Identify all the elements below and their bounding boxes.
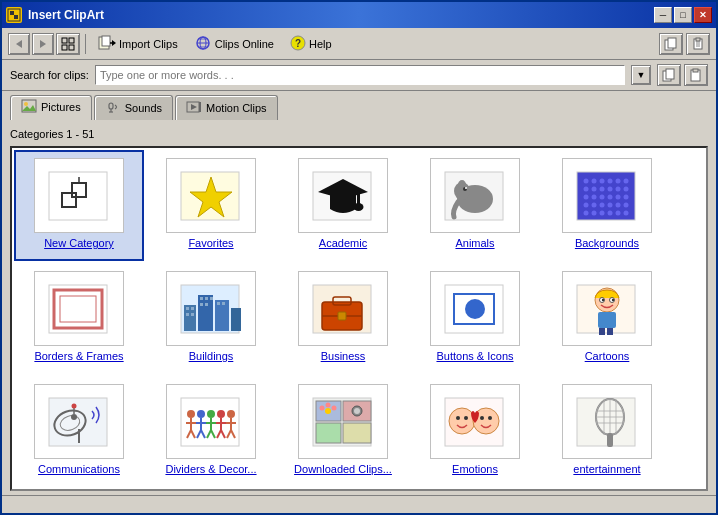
- clip-item-emotions[interactable]: Emotions: [410, 376, 540, 487]
- svg-rect-21: [668, 38, 676, 48]
- import-clips-button[interactable]: Import Clips: [91, 32, 185, 56]
- clips-online-button[interactable]: Clips Online: [187, 32, 281, 56]
- clip-label-buttons-icons[interactable]: Buttons & Icons: [436, 350, 513, 362]
- clip-item-academic[interactable]: Academic: [278, 150, 408, 261]
- search-action-buttons: [657, 64, 708, 86]
- clip-item-business[interactable]: Business: [278, 263, 408, 374]
- svg-point-169: [449, 408, 475, 434]
- search-dropdown-button[interactable]: ▼: [631, 65, 651, 85]
- clip-item-cartoons[interactable]: Cartoons: [542, 263, 672, 374]
- search-label: Search for clips:: [10, 69, 89, 81]
- clip-label-animals[interactable]: Animals: [455, 237, 494, 249]
- clip-item-entertainment[interactable]: entertainment: [542, 376, 672, 487]
- clip-label-backgrounds[interactable]: Backgrounds: [575, 237, 639, 249]
- clip-item-backgrounds[interactable]: Backgrounds: [542, 150, 672, 261]
- grid-view-button[interactable]: [56, 33, 80, 55]
- clip-item-downloaded[interactable]: Downloaded Clips...: [278, 376, 408, 487]
- tab-pictures[interactable]: Pictures: [10, 95, 92, 120]
- search-copy-button[interactable]: [657, 64, 681, 86]
- maximize-button[interactable]: □: [674, 7, 692, 23]
- help-button[interactable]: ? Help: [283, 32, 339, 56]
- clip-thumb-communications: [34, 384, 124, 459]
- clip-label-dividers[interactable]: Dividers & Decor...: [165, 463, 256, 475]
- svg-point-120: [612, 298, 614, 300]
- svg-point-85: [608, 210, 613, 215]
- clip-item-new-category[interactable]: New Category: [14, 150, 144, 261]
- clip-label-favorites[interactable]: Favorites: [188, 237, 233, 249]
- svg-point-74: [616, 194, 621, 199]
- tab-motion-clips[interactable]: Motion Clips: [175, 95, 278, 120]
- clip-thumb-dividers: [166, 384, 256, 459]
- svg-point-142: [207, 410, 215, 418]
- clip-label-communications[interactable]: Communications: [38, 463, 120, 475]
- paste-button[interactable]: [686, 33, 710, 55]
- minimize-button[interactable]: ─: [654, 7, 672, 23]
- svg-rect-105: [222, 302, 225, 305]
- svg-rect-121: [598, 312, 616, 328]
- clip-label-entertainment[interactable]: entertainment: [573, 463, 640, 475]
- close-button[interactable]: ✕: [694, 7, 712, 23]
- tab-sounds[interactable]: Sounds: [94, 95, 173, 120]
- clip-thumb-new-category: [34, 158, 124, 233]
- svg-point-165: [320, 405, 325, 410]
- clip-label-new-category[interactable]: New Category: [44, 237, 114, 249]
- svg-point-128: [71, 414, 77, 420]
- clip-label-cartoons[interactable]: Cartoons: [585, 350, 630, 362]
- svg-rect-93: [186, 307, 189, 310]
- svg-marker-3: [16, 40, 22, 48]
- svg-point-171: [464, 416, 468, 420]
- clip-label-buildings[interactable]: Buildings: [189, 350, 234, 362]
- svg-point-78: [600, 202, 605, 207]
- title-buttons: ─ □ ✕: [654, 7, 712, 23]
- clip-item-favorites[interactable]: Favorites: [146, 150, 276, 261]
- sounds-tab-icon: [105, 100, 121, 116]
- clip-label-academic[interactable]: Academic: [319, 237, 367, 249]
- svg-rect-102: [205, 303, 208, 306]
- svg-point-63: [624, 178, 629, 183]
- svg-point-58: [584, 178, 589, 183]
- svg-rect-88: [49, 285, 107, 333]
- clip-label-business[interactable]: Business: [321, 350, 366, 362]
- clip-item-communications[interactable]: Communications: [14, 376, 144, 487]
- help-label: Help: [309, 38, 332, 50]
- svg-marker-12: [112, 40, 116, 46]
- svg-point-79: [608, 202, 613, 207]
- svg-rect-111: [338, 312, 346, 320]
- svg-point-67: [608, 186, 613, 191]
- tabs-bar: Pictures Sounds Motion Clip: [2, 91, 716, 122]
- svg-rect-160: [316, 423, 341, 443]
- svg-rect-7: [62, 45, 67, 50]
- svg-rect-161: [343, 423, 371, 443]
- clip-item-buildings[interactable]: Buildings: [146, 263, 276, 374]
- categories-label: Categories 1 - 51: [10, 128, 708, 140]
- svg-point-73: [608, 194, 613, 199]
- clip-item-borders-frames[interactable]: Borders & Frames: [14, 263, 144, 374]
- back-button[interactable]: [8, 33, 30, 55]
- title-icon: [6, 7, 22, 23]
- search-paste-button[interactable]: [684, 64, 708, 86]
- svg-rect-100: [210, 297, 213, 300]
- import-icon: [98, 35, 116, 53]
- svg-point-132: [187, 410, 195, 418]
- clip-label-downloaded[interactable]: Downloaded Clips...: [294, 463, 392, 475]
- svg-rect-8: [69, 45, 74, 50]
- svg-point-163: [326, 402, 331, 407]
- svg-marker-38: [191, 104, 197, 110]
- tab-pictures-label: Pictures: [41, 101, 81, 113]
- window-title: Insert ClipArt: [28, 8, 654, 22]
- forward-button[interactable]: [32, 33, 54, 55]
- svg-point-68: [616, 186, 621, 191]
- svg-rect-175: [577, 398, 635, 446]
- svg-point-82: [584, 210, 589, 215]
- clip-label-borders-frames[interactable]: Borders & Frames: [34, 350, 123, 362]
- clip-item-dividers[interactable]: Dividers & Decor...: [146, 376, 276, 487]
- copy-button[interactable]: [659, 33, 683, 55]
- clip-item-buttons-icons[interactable]: Buttons & Icons: [410, 263, 540, 374]
- svg-rect-92: [184, 305, 196, 331]
- motion-clips-tab-icon: [186, 100, 202, 116]
- svg-rect-6: [69, 38, 74, 43]
- search-input[interactable]: [95, 65, 625, 85]
- clip-item-animals[interactable]: Animals: [410, 150, 540, 261]
- svg-rect-123: [607, 328, 613, 335]
- clip-label-emotions[interactable]: Emotions: [452, 463, 498, 475]
